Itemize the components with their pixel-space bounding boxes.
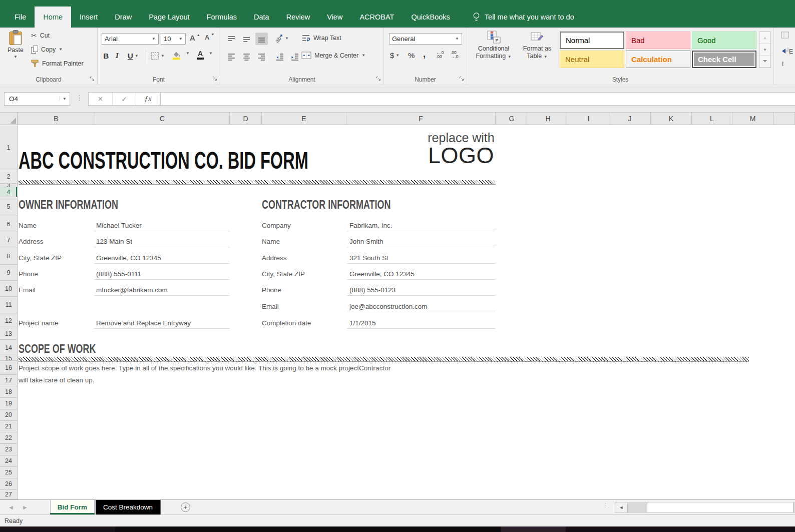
cell-style-good[interactable]: Good: [692, 32, 756, 49]
merge-center-button[interactable]: Merge & Center ▼: [301, 52, 365, 59]
name-box[interactable]: O4 ▼: [4, 92, 70, 106]
copy-button[interactable]: Copy ▼: [31, 46, 63, 54]
contractor-field-company-value[interactable]: Fabrikam, Inc.: [349, 218, 392, 234]
scope-section-heading[interactable]: SCOPE OF WORK: [19, 342, 96, 355]
font-color-dropdown[interactable]: ▼: [209, 52, 213, 56]
tell-me-box[interactable]: Tell me what you want to do: [473, 7, 574, 28]
column-header-H[interactable]: H: [528, 113, 568, 125]
row-header-18[interactable]: 18: [0, 386, 17, 398]
contractor-field-email-value[interactable]: joe@abcconstruction.com: [349, 299, 428, 315]
row-header-1[interactable]: 1: [0, 125, 17, 170]
italic-button[interactable]: I: [116, 52, 119, 60]
column-header-B[interactable]: B: [18, 113, 95, 125]
fill-color-button[interactable]: [172, 51, 181, 60]
contractor-field-address-label[interactable]: Address: [262, 250, 287, 266]
format-as-table-button[interactable]: Format as Table ▼: [517, 31, 557, 60]
number-dialog-launcher[interactable]: [459, 76, 465, 82]
insert-function-button[interactable]: ƒx: [136, 93, 160, 105]
align-right-button[interactable]: [255, 51, 268, 63]
column-header-K[interactable]: K: [651, 113, 692, 125]
tab-scrollbar-splitter[interactable]: ⋮: [602, 504, 608, 506]
row-header-21[interactable]: 21: [0, 421, 17, 432]
owner-field-city-state-zip-label[interactable]: City, State ZIP: [19, 250, 62, 266]
row-header-14[interactable]: 14: [0, 340, 17, 356]
row-header-19[interactable]: 19: [0, 398, 17, 409]
align-top-button[interactable]: [225, 33, 238, 45]
column-header-L[interactable]: L: [692, 113, 732, 125]
ribbon-tab-view[interactable]: View: [318, 7, 351, 28]
column-header-M[interactable]: M: [732, 113, 773, 125]
row-header-17[interactable]: 17: [0, 375, 17, 386]
borders-button[interactable]: ▼: [151, 52, 165, 60]
increase-font-size-button[interactable]: A▲: [190, 34, 200, 42]
column-header-F[interactable]: F: [346, 113, 496, 125]
contractor-field-company-label[interactable]: Company: [262, 218, 291, 234]
row-header-25[interactable]: 25: [0, 467, 17, 478]
decrease-indent-button[interactable]: [273, 51, 286, 63]
comma-style-button[interactable]: ,: [423, 49, 426, 60]
align-center-button[interactable]: [240, 51, 253, 63]
contractor-field-phone-value[interactable]: (888) 555-0123: [349, 282, 395, 298]
contractor-field-email-label[interactable]: Email: [262, 299, 279, 315]
column-header-partial[interactable]: [773, 113, 795, 125]
ribbon-tab-draw[interactable]: Draw: [106, 7, 140, 28]
gallery-scroll-down[interactable]: ▼: [759, 44, 770, 56]
format-painter-button[interactable]: Format Painter: [31, 60, 84, 67]
wrap-text-button[interactable]: Wrap Text: [301, 34, 341, 43]
new-sheet-button[interactable]: +: [181, 502, 190, 512]
horizontal-scrollbar[interactable]: [628, 502, 795, 513]
owner-field-city-state-zip-value[interactable]: Greenville, CO 12345: [96, 250, 161, 266]
scope-text-line2[interactable]: will take care of clean up.: [19, 376, 95, 384]
row-header-9[interactable]: 9: [0, 265, 17, 281]
completion-date-label[interactable]: Completion date: [262, 315, 311, 331]
formula-bar-splitter[interactable]: ⋮: [76, 94, 83, 102]
align-bottom-button[interactable]: [255, 33, 268, 45]
row-header-23[interactable]: 23: [0, 444, 17, 455]
clipboard-dialog-launcher[interactable]: [89, 76, 95, 82]
enter-button[interactable]: ✓: [113, 93, 137, 105]
row-header-4[interactable]: 4: [0, 187, 17, 197]
scope-text-line1[interactable]: Project scope of work goes here. Type in…: [19, 364, 390, 372]
column-header-G[interactable]: G: [496, 113, 528, 125]
sheet-nav-left-icon[interactable]: ◄: [8, 504, 14, 511]
decrease-font-size-button[interactable]: A▼: [205, 34, 214, 41]
align-middle-button[interactable]: [240, 33, 253, 45]
row-header-3[interactable]: 3: [0, 184, 17, 187]
sheet-tab-bid-form[interactable]: Bid Form: [50, 500, 95, 514]
row-header-26[interactable]: 26: [0, 478, 17, 490]
ribbon-tab-quickbooks[interactable]: QuickBooks: [403, 7, 458, 28]
row-header-6[interactable]: 6: [0, 216, 17, 232]
contractor-field-name-label[interactable]: Name: [262, 234, 280, 250]
font-family-select[interactable]: Arial▼: [102, 33, 159, 45]
fill-color-dropdown[interactable]: ▼: [186, 52, 190, 56]
alignment-dialog-launcher[interactable]: [375, 76, 381, 82]
sheet-tab-cost-breakdown[interactable]: Cost Breakdown: [96, 500, 161, 514]
completion-date-value[interactable]: 1/1/2015: [349, 315, 376, 331]
ribbon-tab-review[interactable]: Review: [278, 7, 319, 28]
decrease-decimal-button[interactable]: .00→.0: [451, 51, 459, 59]
cell-style-calculation[interactable]: Calculation: [626, 51, 690, 68]
contractor-field-city-state-zip-label[interactable]: City, State ZIP: [262, 266, 305, 282]
hscroll-left-arrow[interactable]: ◄: [615, 502, 628, 513]
gallery-more-button[interactable]: ▼: [759, 56, 770, 68]
sheet-canvas[interactable]: ABC CONSTRUCTION CO. BID FORM replace wi…: [18, 125, 795, 499]
increase-indent-button[interactable]: [288, 51, 301, 63]
horizontal-scrollbar-thumb[interactable]: [647, 502, 793, 513]
ribbon-tab-file[interactable]: File: [6, 7, 35, 28]
ribbon-tab-formulas[interactable]: Formulas: [198, 7, 245, 28]
column-header-J[interactable]: J: [609, 113, 651, 125]
cell-style-neutral[interactable]: Neutral: [560, 51, 624, 68]
ribbon-tab-acrobat[interactable]: ACROBAT: [351, 7, 403, 28]
owner-field-email-label[interactable]: Email: [19, 282, 36, 298]
font-dialog-launcher[interactable]: [212, 76, 218, 82]
bold-button[interactable]: B: [103, 52, 110, 60]
increase-decimal-button[interactable]: ←.0.00: [436, 51, 444, 59]
contractor-field-city-state-zip-value[interactable]: Greenville, CO 12345: [349, 266, 415, 282]
column-header-I[interactable]: I: [568, 113, 609, 125]
align-left-button[interactable]: [225, 51, 238, 63]
project-name-value[interactable]: Remove and Replace Entryway: [96, 315, 191, 331]
sheet-nav-right-icon[interactable]: ►: [22, 504, 28, 511]
accounting-format-button[interactable]: $▼: [390, 51, 400, 60]
ribbon-tab-home[interactable]: Home: [35, 7, 71, 28]
orientation-button[interactable]: ab ▼: [273, 34, 289, 44]
